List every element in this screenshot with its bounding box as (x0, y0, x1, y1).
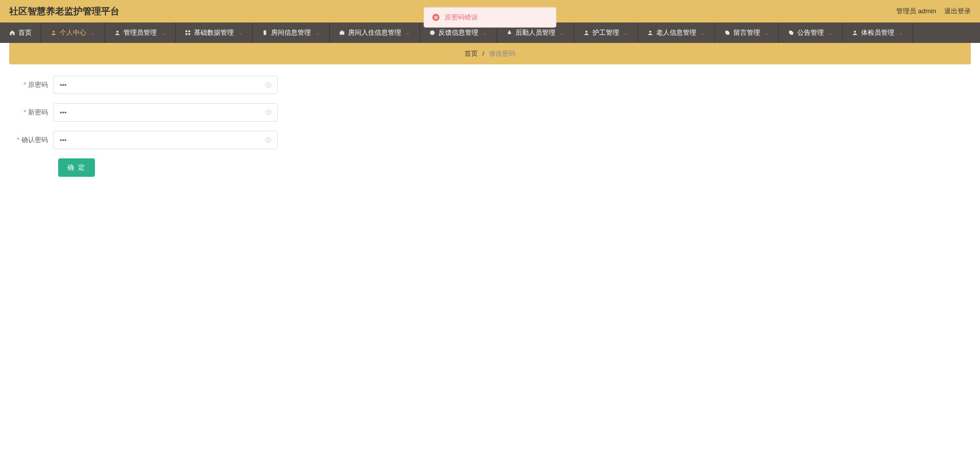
svg-rect-13 (725, 31, 728, 34)
form-row-old: *原密码 (12, 76, 968, 94)
nav-label: 体检员管理 (861, 28, 894, 37)
form-row-confirm: *确认密码 (12, 131, 968, 149)
nav-label: 房间信息管理 (271, 28, 311, 37)
old-password-label: *原密码 (12, 80, 53, 89)
nav-item-4[interactable]: 房间信息管理⌄ (253, 22, 330, 43)
home-icon (9, 30, 15, 36)
svg-rect-2 (186, 31, 188, 33)
nav-label: 个人中心 (60, 28, 86, 37)
svg-point-1 (116, 31, 118, 33)
nav-item-2[interactable]: 管理员管理⌄ (105, 22, 176, 43)
user-icon (852, 30, 858, 36)
nav-item-0[interactable]: 首页 (0, 22, 41, 43)
logout-link[interactable]: 退出登录 (944, 7, 971, 16)
nav-label: 房间入住信息管理 (348, 28, 401, 37)
svg-point-0 (53, 31, 55, 33)
mic-icon (506, 30, 512, 36)
svg-point-11 (649, 31, 651, 33)
nav-label: 公告管理 (797, 28, 824, 37)
confirm-password-input[interactable] (53, 131, 278, 149)
svg-point-10 (585, 31, 587, 33)
breadcrumb-current: 修改密码 (489, 50, 516, 57)
nav-item-12[interactable]: 体检员管理⌄ (843, 22, 913, 43)
chevron-down-icon: ⌄ (764, 29, 769, 36)
new-password-input[interactable] (53, 103, 278, 122)
error-toast: ✕ 原密码错误 (424, 7, 556, 28)
svg-rect-6 (264, 31, 266, 35)
svg-point-18 (267, 111, 270, 113)
old-password-wrap (53, 76, 278, 94)
chevron-down-icon: ⌄ (161, 29, 166, 36)
user-icon (114, 30, 120, 36)
admin-label[interactable]: 管理员 admin (896, 7, 936, 16)
submit-area: 确 定 (12, 158, 968, 177)
case-icon (339, 30, 345, 36)
chevron-down-icon: ⌄ (238, 29, 243, 36)
chevron-down-icon: ⌄ (898, 29, 903, 36)
chevron-down-icon: ⌄ (700, 29, 705, 36)
breadcrumb: 首页 / 修改密码 (9, 43, 971, 64)
user-icon (583, 30, 590, 36)
eye-icon[interactable] (264, 108, 273, 116)
eye-icon[interactable] (264, 136, 273, 144)
new-password-label: *新密码 (12, 108, 53, 117)
nav-label: 首页 (18, 28, 32, 37)
svg-point-8 (430, 31, 435, 35)
svg-point-16 (854, 31, 856, 33)
svg-point-19 (267, 139, 270, 141)
eye-icon[interactable] (264, 81, 273, 89)
svg-point-17 (267, 84, 270, 86)
chevron-down-icon: ⌄ (405, 29, 410, 36)
nav-item-10[interactable]: 留言管理⌄ (715, 22, 779, 43)
nav-label: 反馈信息管理 (438, 28, 478, 37)
nav-item-9[interactable]: 老人信息管理⌄ (638, 22, 715, 43)
header-actions: 管理员 admin 退出登录 (896, 7, 971, 16)
grid-icon (185, 30, 191, 36)
nav-item-5[interactable]: 房间入住信息管理⌄ (330, 22, 420, 43)
nav-label: 留言管理 (733, 28, 760, 37)
breadcrumb-sep: / (482, 50, 484, 57)
nav-item-3[interactable]: 基础数据管理⌄ (176, 22, 253, 43)
nav-item-11[interactable]: 公告管理⌄ (779, 22, 843, 43)
breadcrumb-home[interactable]: 首页 (464, 50, 478, 57)
nav-item-8[interactable]: 护工管理⌄ (574, 22, 638, 43)
chevron-down-icon: ⌄ (828, 29, 833, 36)
chevron-down-icon: ⌄ (482, 29, 487, 36)
nav-label: 后勤人员管理 (516, 28, 555, 37)
form-row-new: *新密码 (12, 103, 968, 122)
nav-label: 基础数据管理 (194, 28, 234, 37)
confirm-password-wrap (53, 131, 278, 149)
user-icon (51, 30, 57, 36)
confirm-password-label: *确认密码 (12, 135, 53, 145)
toast-text: 原密码错误 (445, 13, 478, 22)
app-title: 社区智慧养老监护管理平台 (9, 5, 119, 17)
nav-label: 管理员管理 (124, 28, 157, 37)
info-icon (429, 30, 435, 36)
error-icon: ✕ (432, 14, 439, 21)
new-password-wrap (53, 103, 278, 122)
svg-rect-3 (188, 31, 190, 33)
svg-rect-5 (188, 33, 190, 35)
old-password-input[interactable] (53, 76, 278, 94)
nav-label: 护工管理 (593, 28, 619, 37)
svg-rect-7 (340, 32, 345, 35)
svg-rect-4 (186, 33, 188, 35)
nav-label: 老人信息管理 (656, 28, 696, 37)
chevron-down-icon: ⌄ (315, 29, 320, 36)
user-icon (647, 30, 653, 36)
chevron-down-icon: ⌄ (90, 29, 95, 36)
submit-button[interactable]: 确 定 (58, 158, 95, 177)
chevron-down-icon: ⌄ (559, 29, 565, 36)
nav-item-1[interactable]: 个人中心⌄ (41, 22, 105, 43)
svg-rect-15 (789, 31, 792, 34)
content: *原密码 *新密码 *确认密码 确 定 (0, 64, 980, 188)
device-icon (262, 30, 268, 36)
copy-icon (724, 30, 730, 36)
copy-icon (788, 30, 794, 36)
chevron-down-icon: ⌄ (623, 29, 628, 36)
